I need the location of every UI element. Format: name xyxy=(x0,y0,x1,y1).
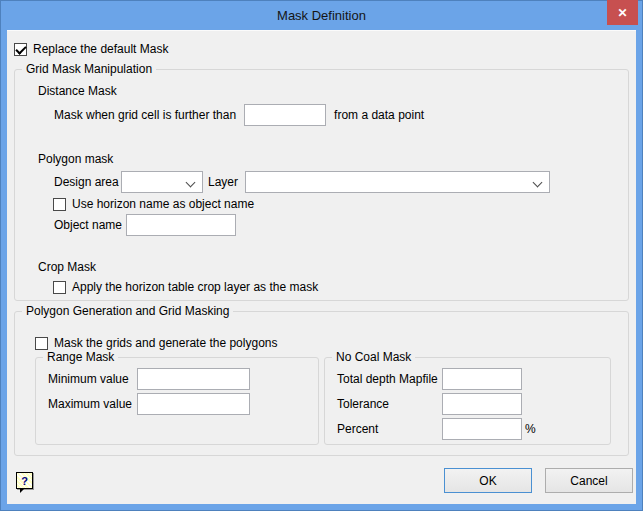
chevron-down-icon xyxy=(533,178,543,188)
checkbox-icon[interactable] xyxy=(14,43,27,56)
total-depth-input[interactable] xyxy=(442,368,522,390)
checkbox-icon[interactable] xyxy=(53,281,66,294)
layer-label: Layer xyxy=(208,175,238,189)
window-title: Mask Definition xyxy=(277,8,366,23)
distance-mask-heading: Distance Mask xyxy=(38,84,628,99)
percent-row: Percent % xyxy=(337,418,610,440)
tolerance-input[interactable] xyxy=(442,393,522,415)
no-coal-mask-title: No Coal Mask xyxy=(332,350,415,365)
mask-subgroups-row: Range Mask Minimum value Maximum value N… xyxy=(35,357,628,445)
distance-input[interactable] xyxy=(244,104,326,126)
polygon-generation-group: Polygon Generation and Grid Masking Mask… xyxy=(14,311,629,456)
total-depth-label: Total depth Mapfile xyxy=(337,372,442,386)
use-horizon-name-checkbox[interactable]: Use horizon name as object name xyxy=(53,197,628,212)
chevron-down-icon xyxy=(186,178,196,188)
grid-mask-manipulation-group: Grid Mask Manipulation Distance Mask Mas… xyxy=(14,69,629,301)
cancel-button[interactable]: Cancel xyxy=(545,468,633,493)
help-icon: ? xyxy=(21,475,28,487)
maximum-value-label: Maximum value xyxy=(48,397,137,411)
distance-suffix-label: from a data point xyxy=(334,108,424,122)
polygon-mask-row: Design area Layer xyxy=(54,171,628,193)
replace-default-mask-checkbox[interactable]: Replace the default Mask xyxy=(14,42,636,57)
mask-grids-checkbox[interactable]: Mask the grids and generate the polygons xyxy=(35,336,628,351)
minimum-value-row: Minimum value xyxy=(48,368,318,390)
help-button[interactable]: ? xyxy=(16,472,33,489)
object-name-input[interactable] xyxy=(126,214,236,236)
distance-prefix-label: Mask when grid cell is further than xyxy=(54,108,236,122)
maximum-value-row: Maximum value xyxy=(48,393,318,415)
object-name-row: Object name xyxy=(54,214,628,236)
close-button[interactable]: ✕ xyxy=(607,0,638,25)
percent-label: Percent xyxy=(337,422,442,436)
range-mask-group: Range Mask Minimum value Maximum value xyxy=(35,357,319,445)
design-area-label: Design area xyxy=(54,175,121,189)
layer-select[interactable] xyxy=(245,171,550,193)
polygon-generation-title: Polygon Generation and Grid Masking xyxy=(22,304,233,319)
percent-input[interactable] xyxy=(442,418,522,440)
close-icon: ✕ xyxy=(617,6,627,20)
checkbox-icon[interactable] xyxy=(53,198,66,211)
grid-mask-manipulation-title: Grid Mask Manipulation xyxy=(22,62,156,77)
ok-button[interactable]: OK xyxy=(444,468,532,493)
tolerance-row: Tolerance xyxy=(337,393,610,415)
mask-grids-label: Mask the grids and generate the polygons xyxy=(54,336,277,351)
mask-definition-dialog: Mask Definition ✕ Replace the default Ma… xyxy=(0,0,643,511)
distance-mask-row: Mask when grid cell is further than from… xyxy=(54,104,628,126)
polygon-mask-heading: Polygon mask xyxy=(38,152,628,167)
design-area-select[interactable] xyxy=(121,171,203,193)
tolerance-label: Tolerance xyxy=(337,397,442,411)
use-horizon-name-label: Use horizon name as object name xyxy=(72,197,254,212)
checkbox-icon[interactable] xyxy=(35,337,48,350)
range-mask-title: Range Mask xyxy=(43,350,118,365)
dialog-body: Replace the default Mask Grid Mask Manip… xyxy=(7,30,636,504)
no-coal-mask-group: No Coal Mask Total depth Mapfile Toleran… xyxy=(324,357,611,445)
apply-crop-layer-checkbox[interactable]: Apply the horizon table crop layer as th… xyxy=(53,280,628,295)
replace-default-mask-label: Replace the default Mask xyxy=(33,42,168,57)
apply-crop-layer-label: Apply the horizon table crop layer as th… xyxy=(72,280,318,295)
titlebar[interactable]: Mask Definition ✕ xyxy=(7,1,636,30)
minimum-value-label: Minimum value xyxy=(48,372,137,386)
total-depth-row: Total depth Mapfile xyxy=(337,368,610,390)
minimum-value-input[interactable] xyxy=(137,368,250,390)
maximum-value-input[interactable] xyxy=(137,393,250,415)
object-name-label: Object name xyxy=(54,218,126,232)
crop-mask-heading: Crop Mask xyxy=(38,260,628,275)
percent-suffix-label: % xyxy=(525,422,536,436)
dialog-footer: ? OK Cancel xyxy=(7,468,636,493)
